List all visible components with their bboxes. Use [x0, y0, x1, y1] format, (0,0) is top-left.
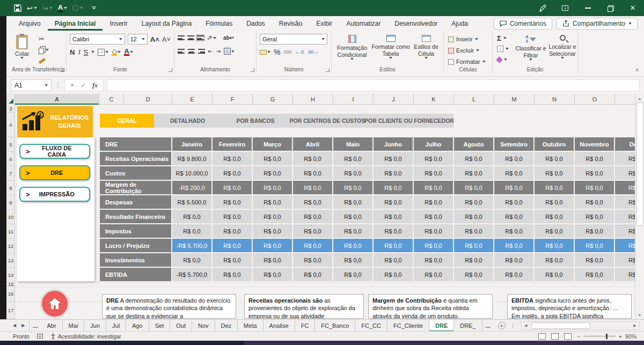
paste-button[interactable]: Colar	[15, 35, 29, 59]
sheet-tab-fc[interactable]: FC	[295, 320, 316, 332]
row-header-12[interactable]: 12	[6, 239, 15, 253]
increase-indent-icon[interactable]: ⇥	[216, 48, 220, 54]
value-cell[interactable]: R$ 0,0	[172, 253, 213, 268]
font-name-select[interactable]: Calibri	[70, 34, 125, 45]
orientation-icon[interactable]: ⇗	[207, 34, 216, 42]
align-top-icon[interactable]	[178, 35, 185, 40]
value-cell[interactable]: R$ 0,0	[333, 224, 374, 239]
underline-dropdown-icon[interactable]	[91, 51, 94, 53]
value-cell[interactable]: R$ 0,0	[333, 268, 374, 282]
sheet-tab-nov[interactable]: Nov	[192, 320, 215, 332]
value-cell[interactable]: R$ 0,0	[374, 195, 414, 210]
sidebar-button-impress-o[interactable]: >IMPRESSÃO	[19, 187, 90, 202]
value-cell[interactable]: R$ 0,0	[374, 268, 414, 282]
value-cell[interactable]: R$ 0	[615, 195, 635, 210]
value-cell[interactable]: R$ 0,0	[535, 152, 575, 166]
scroll-up-icon[interactable]: ▲	[635, 94, 644, 102]
value-cell[interactable]: R$ 0	[615, 181, 635, 195]
value-cell[interactable]: -R$ 200,0	[172, 181, 213, 195]
value-cell[interactable]: R$ 0	[615, 239, 635, 253]
restore-button[interactable]	[599, 0, 621, 16]
number-format-select[interactable]: Geral	[260, 34, 327, 45]
copy-icon[interactable]	[39, 46, 49, 53]
value-cell[interactable]: R$ 0,0	[494, 166, 535, 181]
value-cell[interactable]: R$ 0,0	[535, 181, 575, 195]
merge-center-icon[interactable]	[224, 48, 235, 55]
sidebar-button-dre[interactable]: >DRE	[19, 165, 90, 180]
value-cell[interactable]: R$ 0,0	[374, 239, 414, 253]
row-header-14[interactable]: 14	[6, 268, 15, 282]
value-cell[interactable]: R$ 0,0	[293, 224, 333, 239]
value-cell[interactable]: R$ 5.500,0	[172, 195, 213, 210]
value-cell[interactable]: R$ 0,0	[253, 224, 293, 239]
value-cell[interactable]: R$ 0,0	[253, 166, 293, 181]
view-tab-por-centros-de-custos[interactable]: POR CENTROS DE CUSTOS	[290, 114, 365, 128]
value-cell[interactable]: R$ 0,0	[253, 195, 293, 210]
value-cell[interactable]: R$ 0,0	[535, 253, 575, 268]
ribbon-tab-p-gina-inicial[interactable]: Página Inicial	[48, 16, 103, 31]
value-cell[interactable]: R$ 0,0	[454, 253, 494, 268]
cell-styles-button[interactable]: Estilos de Célula	[410, 35, 442, 60]
horizontal-scrollbar[interactable]: ◀ ▶	[521, 321, 640, 330]
ink-pen-icon[interactable]	[531, 0, 554, 16]
value-cell[interactable]: R$ 0,0	[454, 210, 494, 224]
value-cell[interactable]: R$ 0,0	[213, 181, 253, 195]
value-cell[interactable]: R$ 0,0	[414, 195, 454, 210]
new-sheet-icon[interactable]: +	[498, 322, 506, 329]
percent-format-icon[interactable]: %	[274, 48, 280, 56]
value-cell[interactable]: R$ 0,0	[172, 224, 213, 239]
value-cell[interactable]: R$ 0,0	[575, 166, 615, 181]
value-cell[interactable]: R$ 0,0	[213, 195, 253, 210]
zoom-in-icon[interactable]: +	[619, 333, 622, 340]
value-cell[interactable]: R$ 0,0	[374, 210, 414, 224]
value-cell[interactable]: -R$ 5.700,0	[172, 239, 213, 253]
value-cell[interactable]: R$ 0,0	[213, 166, 253, 181]
font-dialog-launcher-icon[interactable]	[169, 68, 172, 72]
align-bottom-icon[interactable]	[197, 35, 204, 40]
ribbon-tab-exibir[interactable]: Exibir	[309, 16, 339, 31]
column-header-G[interactable]: G	[253, 94, 293, 105]
page-layout-view-icon[interactable]	[551, 333, 559, 340]
ribbon-tab-layout-da-p-gina[interactable]: Layout da Página	[135, 16, 199, 31]
close-button[interactable]: ×	[621, 0, 644, 16]
column-header-N[interactable]: N	[535, 94, 575, 105]
value-cell[interactable]: R$ 0,0	[213, 210, 253, 224]
value-cell[interactable]: R$ 0,0	[253, 253, 293, 268]
row-header-17[interactable]: 17	[6, 302, 15, 319]
undo-button[interactable]: ↩	[27, 4, 37, 12]
value-cell[interactable]: R$ 0,0	[575, 181, 615, 195]
currency-format-icon[interactable]	[260, 50, 270, 55]
row-header-7[interactable]: 7	[6, 166, 15, 181]
hidden-sheets-right[interactable]: ...	[482, 320, 494, 332]
format-painter-icon[interactable]	[39, 56, 49, 62]
sheet-tab-jul[interactable]: Jul	[106, 320, 126, 332]
insert-cells-button[interactable]: Inserir	[448, 35, 486, 43]
cut-icon[interactable]: ✂	[39, 35, 49, 43]
undo-dropdown-icon[interactable]	[34, 7, 37, 9]
value-cell[interactable]: R$ 0,0	[454, 152, 494, 166]
next-sheet-icon[interactable]: ▶	[21, 323, 25, 328]
row-header-3[interactable]: 3	[6, 105, 15, 113]
value-cell[interactable]: R$ 0,0	[293, 210, 333, 224]
value-cell[interactable]: R$ 0,0	[494, 224, 535, 239]
value-cell[interactable]: R$ 10.000,0	[172, 166, 213, 181]
ribbon-display-icon[interactable]: +	[554, 0, 576, 16]
fill-color-icon[interactable]: ◇	[112, 48, 121, 56]
increase-decimal-icon[interactable]: ←.0	[295, 49, 304, 55]
value-cell[interactable]: R$ 0,0	[172, 210, 213, 224]
zoom-slider[interactable]	[583, 336, 616, 337]
ribbon-tab-arquivo[interactable]: Arquivo	[12, 16, 48, 31]
sheet-tab-set[interactable]: Set	[149, 320, 171, 332]
ribbon-tab-inserir[interactable]: Inserir	[103, 16, 134, 31]
column-header-H[interactable]: H	[293, 94, 333, 105]
value-cell[interactable]: R$ 0,0	[414, 166, 454, 181]
value-cell[interactable]: R$ 0,0	[494, 195, 535, 210]
value-cell[interactable]: R$ 0,0	[293, 253, 333, 268]
sheet-tab-fc_cliente[interactable]: FC_Cliente	[387, 320, 429, 332]
sheet-tab-dez[interactable]: Dez	[215, 320, 238, 332]
value-cell[interactable]: R$ 0,0	[333, 195, 374, 210]
scroll-left-icon[interactable]: ◀	[522, 322, 530, 329]
customize-qat-button[interactable]	[92, 6, 96, 10]
value-cell[interactable]: R$ 0,0	[535, 166, 575, 181]
redo-dropdown-icon[interactable]	[49, 7, 53, 9]
